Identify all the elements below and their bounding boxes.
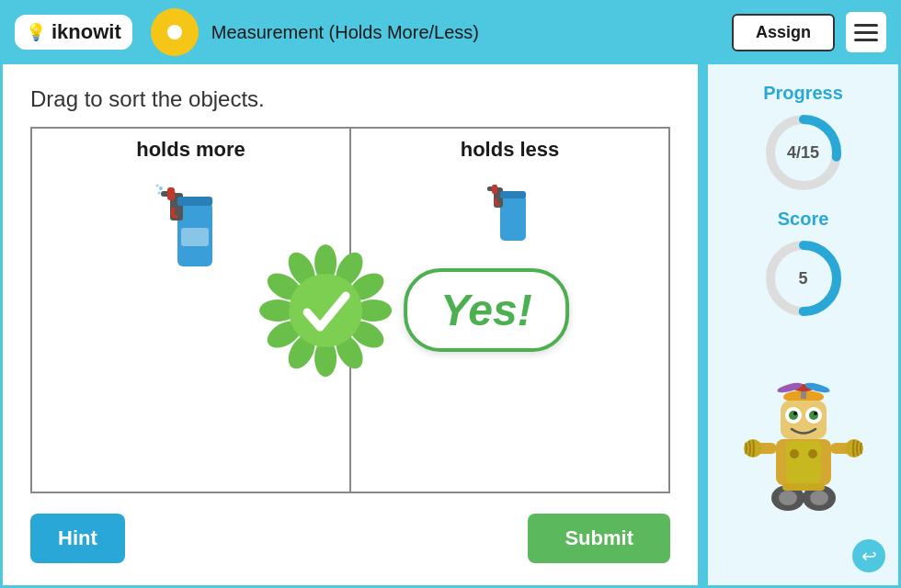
yes-overlay: Yes! xyxy=(257,242,569,379)
sort-table: holds more xyxy=(30,127,670,493)
back-arrow-icon: ↩ xyxy=(861,545,877,567)
svg-rect-13 xyxy=(492,185,497,194)
header-right: Assign xyxy=(732,12,886,52)
svg-rect-55 xyxy=(782,483,825,491)
svg-rect-4 xyxy=(181,228,209,246)
bottom-bar: Hint Submit xyxy=(30,514,670,563)
instruction-text: Drag to sort the objects. xyxy=(30,86,670,112)
robot-mascot xyxy=(744,380,863,537)
svg-point-41 xyxy=(793,412,797,415)
svg-point-39 xyxy=(789,411,798,420)
logo: 💡 iknowit xyxy=(15,15,132,50)
svg-rect-3 xyxy=(177,197,212,206)
submit-button[interactable]: Submit xyxy=(528,514,670,563)
svg-point-54 xyxy=(810,491,828,505)
assign-button[interactable]: Assign xyxy=(732,14,835,51)
progress-ring-container: 4/15 xyxy=(762,111,845,194)
svg-point-45 xyxy=(790,449,799,458)
sidebar: Progress 4/15 Score 5 xyxy=(708,64,901,588)
hint-button[interactable]: Hint xyxy=(30,514,125,563)
main-layout: Drag to sort the objects. holds more xyxy=(0,64,901,588)
svg-point-42 xyxy=(814,412,817,415)
lesson-title: Measurement (Holds More/Less) xyxy=(211,22,479,43)
svg-rect-9 xyxy=(500,195,526,241)
header: 💡 iknowit Measurement (Holds More/Less) … xyxy=(0,0,901,64)
logo-text: iknowit xyxy=(51,20,121,44)
large-spray-bottle[interactable] xyxy=(161,175,221,276)
divider xyxy=(701,64,708,588)
hamburger-line-3 xyxy=(854,39,878,41)
score-label: Score xyxy=(778,209,829,230)
svg-point-52 xyxy=(779,491,797,505)
back-arrow-button[interactable]: ↩ xyxy=(852,539,885,572)
svg-rect-8 xyxy=(167,187,175,200)
progress-label: Progress xyxy=(763,83,843,104)
logo-bulb-icon: 💡 xyxy=(26,22,46,42)
svg-point-26 xyxy=(289,274,362,347)
svg-point-6 xyxy=(156,185,159,187)
score-section: Score 5 xyxy=(762,209,845,325)
hamburger-line-2 xyxy=(854,31,878,34)
flower-badge xyxy=(257,242,394,379)
lesson-badge xyxy=(151,8,199,56)
hamburger-button[interactable] xyxy=(846,12,886,52)
progress-value: 4/15 xyxy=(787,143,819,163)
svg-point-7 xyxy=(158,192,161,195)
lesson-dot xyxy=(167,25,182,40)
content-area: Drag to sort the objects. holds more xyxy=(0,64,701,588)
holds-less-header: holds less xyxy=(461,138,560,162)
score-value: 5 xyxy=(798,269,807,288)
score-ring-container: 5 xyxy=(762,237,845,320)
svg-point-5 xyxy=(159,187,163,190)
mascot-area xyxy=(744,340,863,576)
svg-rect-12 xyxy=(500,191,526,198)
yes-text: Yes! xyxy=(404,268,569,352)
small-spray-bottle[interactable] xyxy=(487,175,533,248)
svg-point-46 xyxy=(808,449,817,458)
svg-rect-44 xyxy=(786,441,821,483)
holds-more-header: holds more xyxy=(136,138,245,162)
hamburger-line-1 xyxy=(854,24,878,27)
svg-point-40 xyxy=(809,411,818,420)
